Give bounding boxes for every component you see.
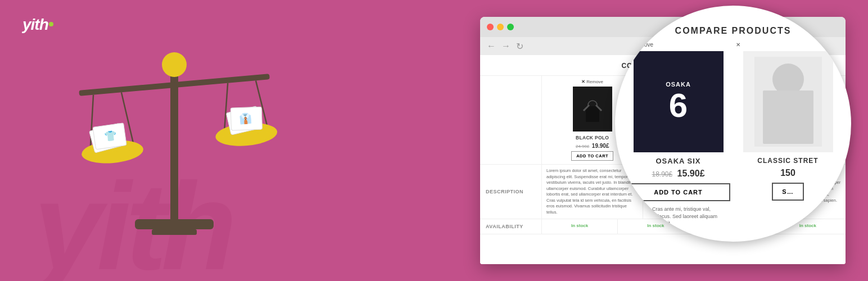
black-polo-description: Lorem ipsum dolor sit amet, consectetur … (546, 168, 638, 215)
products-label (480, 76, 542, 164)
black-polo-image (573, 87, 612, 132)
scale-svg: 👕 👔 (34, 34, 315, 259)
forward-arrow-icon[interactable]: → (501, 41, 510, 51)
zoom-product-osaka: ✕ Remove OSAKA 6 OSAKA SIX 18.90£ 15.90£… (626, 42, 730, 227)
logo-text: yith (22, 16, 48, 33)
svg-rect-0 (152, 229, 197, 235)
left-card-icon: 👕 (104, 129, 118, 143)
back-arrow-icon[interactable]: ← (487, 41, 496, 51)
availability-label: AVAILABILITY (480, 219, 542, 234)
scale-top-ball (162, 52, 187, 77)
right-card-icon: 👔 (239, 112, 253, 125)
zoom-classic-name: CLASSIC STRET (736, 157, 840, 165)
zoom-osaka-price: 18.90£ 15.90£ (626, 169, 730, 179)
osaka-availability: In stock (647, 223, 664, 228)
zoom-osaka-image: OSAKA 6 (634, 51, 724, 152)
scale-illustration: 👕 👔 (34, 34, 315, 259)
zoom-classic-price: 150 (736, 168, 840, 178)
scale-base (135, 219, 214, 229)
logo-dot (49, 22, 53, 26)
description-label: DESCRIPTION (480, 165, 542, 219)
svg-rect-3 (586, 106, 599, 122)
yith-logo: yith (22, 16, 53, 34)
reload-icon[interactable]: ↻ (516, 41, 523, 52)
maximize-dot[interactable] (507, 24, 514, 30)
svg-rect-11 (763, 90, 813, 144)
zoom-classic-button[interactable]: S… (772, 183, 803, 201)
black-polo-add-to-cart[interactable]: ADD TO CART (571, 151, 613, 161)
black-polo-availability: In stock (571, 223, 588, 228)
zoom-classic-image (743, 51, 833, 152)
scale-pole (170, 67, 178, 225)
close-dot[interactable] (487, 24, 494, 30)
minimize-dot[interactable] (497, 24, 504, 30)
zoom-osaka-add-to-cart[interactable]: ADD TO CART (626, 183, 730, 201)
svg-point-10 (772, 64, 804, 95)
avail-black-polo: In stock (542, 219, 618, 234)
zoom-products-row: ✕ Remove OSAKA 6 OSAKA SIX 18.90£ 15.90£… (626, 42, 840, 227)
fourth-availability: In stock (799, 223, 816, 228)
zoom-content: ↗ COMPARE PRODUCTS ✕ Remove OSAKA 6 OSAK… (615, 6, 851, 242)
zoom-circle: ↗ COMPARE PRODUCTS ✕ Remove OSAKA 6 OSAK… (615, 6, 851, 242)
zoom-osaka-name: OSAKA SIX (626, 157, 730, 165)
